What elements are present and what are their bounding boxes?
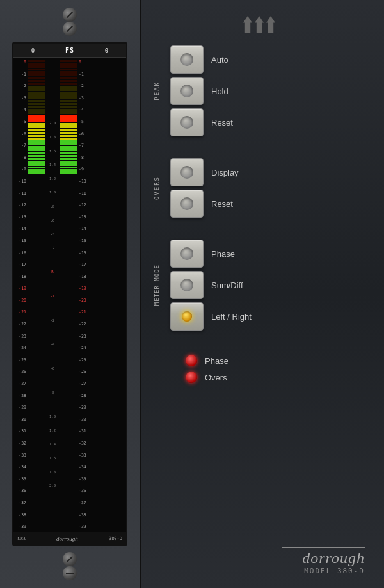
meter-header: 0 FS 0 <box>13 44 126 58</box>
peak-auto-label: Auto <box>211 55 256 65</box>
meter-header-right: 0 <box>105 47 108 54</box>
peak-auto-row: Auto <box>170 45 371 74</box>
scale-left-0: 0 <box>15 60 26 65</box>
overs-buttons: Display Reset <box>170 158 371 218</box>
screw-lower <box>63 552 77 566</box>
peak-hold-label: Hold <box>211 86 256 96</box>
waves-prong-1 <box>243 16 252 33</box>
meter-header-fs: FS <box>65 47 74 54</box>
meter-mode-label-wrap: METER MODE <box>147 265 166 306</box>
scale-left-1: -1 <box>15 72 26 77</box>
left-panel: 0 FS 0 0 -1 -2 -3 -4 -5 -6 -7 -8 -9 <box>0 0 141 588</box>
overs-label-wrap: OVERS <box>147 176 166 200</box>
peak-buttons: Auto Hold Reset <box>170 45 371 136</box>
screw-top <box>63 8 77 22</box>
indicators: Phase Overs <box>147 355 371 383</box>
waves-prong-3 <box>266 16 275 33</box>
overs-indicator-label: Overs <box>205 373 227 382</box>
peak-section: PEAK Auto Hold Reset <box>147 45 371 136</box>
overs-indicator-row: Overs <box>186 372 371 383</box>
scale-left: 0 -1 -2 -3 -4 -5 -6 -7 -8 -9 -10 -11 -12… <box>15 60 28 530</box>
overs-display-button[interactable] <box>170 158 204 186</box>
meter-body: 0 FS 0 0 -1 -2 -3 -4 -5 -6 -7 -8 -9 <box>12 42 127 546</box>
peak-auto-button[interactable] <box>170 45 204 74</box>
footer-origin: USA <box>17 536 26 541</box>
peak-reset-label: Reset <box>211 118 256 127</box>
mode-leftright-row: Left / Right <box>170 302 371 331</box>
right-panel: PEAK Auto Hold Reset OVER <box>141 0 384 588</box>
mode-sumdiff-label: Sum/Diff <box>211 281 256 290</box>
meter-mode-label: METER MODE <box>154 265 160 306</box>
overs-display-row: Display <box>170 158 371 186</box>
peak-reset-row: Reset <box>170 108 371 136</box>
waves-logo <box>243 16 275 33</box>
meter-header-left: 0 <box>31 47 35 54</box>
meter-mode-buttons: Phase Sum/Diff Left / Right <box>170 240 371 331</box>
mode-sumdiff-button[interactable] <box>170 271 204 299</box>
mode-phase-row: Phase <box>170 240 371 268</box>
overs-reset-label: Reset <box>211 199 256 209</box>
mode-phase-label: Phase <box>211 249 256 259</box>
footer-brand: dorrough <box>56 535 78 542</box>
overs-section: OVERS Display Reset <box>147 158 371 218</box>
peak-hold-row: Hold <box>170 77 371 105</box>
peak-label: PEAK <box>154 81 160 101</box>
phase-indicator-row: Phase <box>186 355 371 366</box>
brand-name: dorrough <box>302 550 365 567</box>
overs-display-label: Display <box>211 168 256 177</box>
right-bar <box>60 60 77 530</box>
mode-leftright-button[interactable] <box>170 302 204 331</box>
seg <box>28 60 45 62</box>
main-container: 0 FS 0 0 -1 -2 -3 -4 -5 -6 -7 -8 -9 <box>0 0 384 588</box>
phase-indicator-label: Phase <box>205 356 228 366</box>
screw-bottom <box>63 566 77 580</box>
meter-mode-section: METER MODE Phase Sum/Diff Left / Right <box>147 240 371 331</box>
overs-label: OVERS <box>154 176 160 200</box>
mode-phase-button[interactable] <box>170 240 204 268</box>
brand-model: MODEL 380-D <box>304 567 365 575</box>
brand-section: dorrough MODEL 380-D <box>147 547 371 575</box>
waves-prong-2 <box>255 16 264 33</box>
peak-hold-button[interactable] <box>170 77 204 105</box>
footer-model: 380-D <box>109 536 122 541</box>
mode-leftright-label: Left / Right <box>211 312 256 322</box>
phase-led <box>186 355 197 366</box>
mode-sumdiff-row: Sum/Diff <box>170 271 371 299</box>
overs-reset-row: Reset <box>170 190 371 218</box>
peak-reset-button[interactable] <box>170 108 204 136</box>
scale-right: 0 -1 -2 -3 -4 -5 -6 -7 -8 -9 -10 -11 -12… <box>77 60 90 530</box>
left-bar <box>28 60 45 530</box>
screw-upper <box>63 22 77 36</box>
meter-footer: USA dorrough 380-D <box>13 532 126 544</box>
overs-reset-button[interactable] <box>170 190 204 218</box>
peak-label-wrap: PEAK <box>147 81 166 101</box>
mid-labels: 2.0 1.8 1.6 1.4 1.2 1.0 .8 .6 .4 .2 R -1… <box>45 60 60 530</box>
brand-name-wrap: dorrough <box>282 547 365 567</box>
brand-line <box>282 547 365 548</box>
overs-led <box>186 372 197 383</box>
